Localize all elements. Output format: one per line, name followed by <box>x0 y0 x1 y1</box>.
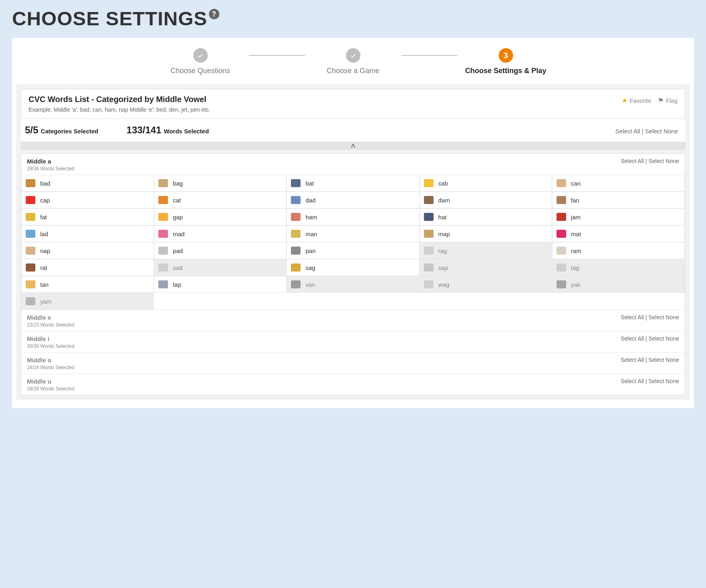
word-icon <box>158 263 168 272</box>
help-icon[interactable]: ? <box>209 9 219 19</box>
word-cell[interactable]: bat <box>286 175 419 192</box>
word-cell[interactable]: ham <box>286 208 419 225</box>
word-icon <box>424 247 434 255</box>
word-cell[interactable]: tag <box>552 259 685 276</box>
word-icon <box>26 213 35 221</box>
word-panel: Middle a28/36 Words SelectedSelect All |… <box>21 153 685 395</box>
word-cell[interactable]: pad <box>154 242 286 259</box>
word-cell[interactable]: cat <box>154 192 286 208</box>
step-label: Choose Questions <box>170 67 230 75</box>
word-label: hat <box>438 214 447 220</box>
category-header[interactable]: Middle u28/28 Words SelectedSelect All |… <box>21 374 685 395</box>
word-cell[interactable]: map <box>420 225 552 242</box>
word-icon <box>291 280 301 288</box>
select-none-link[interactable]: Select None <box>649 335 679 342</box>
select-none-link[interactable]: Select None <box>645 128 678 135</box>
check-icon <box>193 48 208 63</box>
word-cell[interactable]: sap <box>420 259 552 276</box>
chevron-up-icon: ᐱ <box>351 143 355 149</box>
select-none-link[interactable]: Select None <box>649 357 679 363</box>
word-cell[interactable]: sad <box>154 259 286 276</box>
select-none-link[interactable]: Select None <box>649 158 679 164</box>
word-cell[interactable]: cap <box>21 192 154 208</box>
word-cell[interactable]: lad <box>21 225 154 242</box>
favorite-button[interactable]: ★ Favorite <box>622 96 651 105</box>
category-header[interactable]: Middle o24/24 Words SelectedSelect All |… <box>21 352 685 374</box>
category-header[interactable]: Middle i30/30 Words SelectedSelect All |… <box>21 331 685 352</box>
category-header[interactable]: Middle e23/23 Words SelectedSelect All |… <box>21 310 685 331</box>
word-cell[interactable]: ram <box>552 242 685 259</box>
word-cell[interactable]: tap <box>154 276 286 293</box>
select-all-link[interactable]: Select All <box>621 158 644 164</box>
word-label: dad <box>305 197 315 204</box>
word-cell[interactable]: van <box>286 276 419 293</box>
word-cell[interactable]: mad <box>154 225 286 242</box>
word-cell[interactable]: yam <box>21 293 154 310</box>
word-icon <box>291 230 301 238</box>
separator: | <box>644 158 648 164</box>
flag-label: Flag <box>666 97 677 104</box>
word-label: lad <box>40 231 48 237</box>
word-cell[interactable]: hat <box>420 208 552 225</box>
word-cell[interactable]: cab <box>420 175 552 192</box>
word-cell[interactable]: gap <box>154 208 286 225</box>
word-cell[interactable]: dam <box>420 192 552 208</box>
word-cell[interactable]: wag <box>420 276 552 293</box>
select-all-link[interactable]: Select All <box>621 314 644 321</box>
word-label: pad <box>173 247 183 254</box>
word-label: bad <box>40 180 50 187</box>
favorite-label: Favorite <box>630 97 651 104</box>
stats-row: 5/5 Categories Selected 133/141 Words Se… <box>21 119 685 141</box>
word-cell[interactable]: tan <box>21 276 154 293</box>
word-label: fat <box>40 214 47 220</box>
word-cell[interactable]: yak <box>552 276 685 293</box>
select-none-link[interactable]: Select None <box>649 314 679 321</box>
select-all-link[interactable]: Select All <box>621 335 644 342</box>
word-label: map <box>438 231 450 237</box>
word-icon <box>158 247 168 255</box>
step-choose-game[interactable]: Choose a Game <box>305 48 401 75</box>
separator: | <box>644 335 648 342</box>
word-cell[interactable]: nap <box>21 242 154 259</box>
select-none-link[interactable]: Select None <box>649 378 679 384</box>
step-choose-settings[interactable]: 3 Choose Settings & Play <box>458 48 554 75</box>
word-label: wag <box>438 281 450 288</box>
word-cell[interactable]: rat <box>21 259 154 276</box>
word-cell[interactable]: dad <box>286 192 419 208</box>
select-all-link[interactable]: Select All <box>621 378 644 384</box>
step-connector <box>249 55 305 56</box>
word-cell[interactable]: man <box>286 225 419 242</box>
step-choose-questions[interactable]: Choose Questions <box>152 48 249 75</box>
word-cell[interactable]: bad <box>21 175 154 192</box>
word-icon <box>424 263 434 272</box>
word-icon <box>26 247 35 255</box>
word-cell[interactable]: fan <box>552 192 685 208</box>
word-cell[interactable]: jam <box>552 208 685 225</box>
word-icon <box>557 179 566 187</box>
word-icon <box>291 213 301 221</box>
category-header: Middle a28/36 Words SelectedSelect All |… <box>21 154 685 175</box>
flag-button[interactable]: ⚑ Flag <box>658 96 677 105</box>
word-label: ham <box>305 214 317 220</box>
word-cell[interactable]: pan <box>286 242 419 259</box>
word-cell[interactable]: sag <box>286 259 419 276</box>
words-label: Words Selected <box>164 128 209 135</box>
word-label: mat <box>571 231 581 237</box>
word-icon <box>557 213 566 221</box>
word-label: sad <box>173 264 182 271</box>
step-number-icon: 3 <box>499 48 513 63</box>
flag-icon: ⚑ <box>658 96 664 105</box>
collapse-toggle[interactable]: ᐱ <box>21 142 685 149</box>
word-icon <box>291 196 301 204</box>
select-all-link[interactable]: Select All <box>615 128 640 135</box>
word-cell[interactable]: bag <box>154 175 286 192</box>
word-cell[interactable]: mat <box>552 225 685 242</box>
star-icon: ★ <box>622 96 628 105</box>
word-icon <box>291 247 301 255</box>
word-cell[interactable]: fat <box>21 208 154 225</box>
select-all-link[interactable]: Select All <box>621 357 644 363</box>
word-cell[interactable]: can <box>552 175 685 192</box>
word-icon <box>158 280 168 288</box>
word-cell[interactable]: rag <box>420 242 552 259</box>
step-connector <box>401 55 458 56</box>
